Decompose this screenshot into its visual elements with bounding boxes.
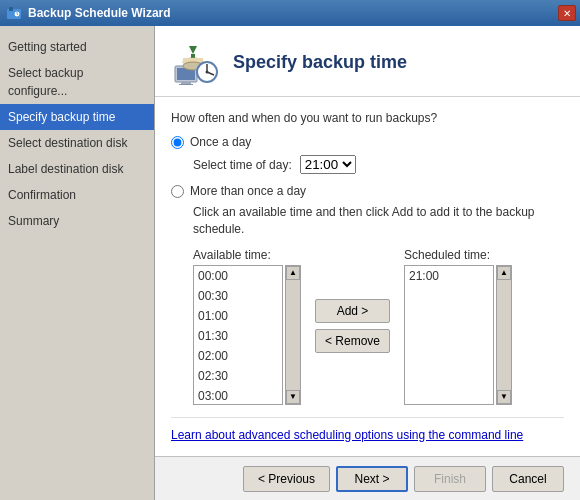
- learn-link-section: Learn about advanced scheduling options …: [171, 417, 564, 442]
- more-than-once-section: More than once a day Click an available …: [171, 184, 564, 405]
- more-than-once-label: More than once a day: [190, 184, 306, 198]
- list-item[interactable]: 02:00: [194, 346, 282, 366]
- list-item[interactable]: 01:00: [194, 306, 282, 326]
- available-time-scrollbar[interactable]: ▲ ▼: [285, 265, 301, 405]
- once-a-day-label: Once a day: [190, 135, 251, 149]
- list-item[interactable]: 00:30: [194, 286, 282, 306]
- wizard-body: Getting startedSelect backup configure..…: [0, 26, 580, 500]
- close-button[interactable]: ✕: [558, 5, 576, 21]
- question-text: How often and when do you want to run ba…: [171, 111, 564, 125]
- scheduled-time-listbox[interactable]: 21:00: [404, 265, 494, 405]
- once-a-day-group: Once a day Select time of day: 21:00 00:…: [171, 135, 564, 174]
- list-item[interactable]: 02:30: [194, 366, 282, 386]
- scroll-down-btn[interactable]: ▼: [286, 390, 300, 404]
- app-icon: [6, 5, 22, 21]
- learn-link[interactable]: Learn about advanced scheduling options …: [171, 428, 523, 442]
- page-title: Specify backup time: [233, 52, 407, 73]
- previous-button[interactable]: < Previous: [243, 466, 330, 492]
- header-icon: [171, 38, 219, 86]
- cancel-button[interactable]: Cancel: [492, 466, 564, 492]
- scroll-up-btn[interactable]: ▲: [286, 266, 300, 280]
- next-button[interactable]: Next >: [336, 466, 408, 492]
- add-remove-group: Add > < Remove: [315, 299, 390, 353]
- scheduled-time-scrollbar[interactable]: ▲ ▼: [496, 265, 512, 405]
- scheduled-time-label: Scheduled time:: [404, 248, 512, 262]
- sidebar-item-select-backup-config[interactable]: Select backup configure...: [0, 60, 154, 104]
- svg-rect-1: [9, 7, 13, 11]
- title-bar: Backup Schedule Wizard ✕: [0, 0, 580, 26]
- scroll-track: [286, 280, 300, 390]
- scheduled-time-section: Scheduled time: 21:00 ▲ ▼: [404, 248, 512, 405]
- sidebar-item-select-destination-disk[interactable]: Select destination disk: [0, 130, 154, 156]
- list-item[interactable]: 00:00: [194, 266, 282, 286]
- sidebar: Getting startedSelect backup configure..…: [0, 26, 155, 500]
- select-time-label: Select time of day:: [193, 158, 292, 172]
- available-time-section: Available time: 00:0000:3001:0001:3002:0…: [193, 248, 301, 405]
- time-select[interactable]: 21:00 00:0000:3001:00 21:0022:00: [300, 155, 356, 174]
- svg-rect-6: [179, 84, 193, 85]
- list-item[interactable]: 01:30: [194, 326, 282, 346]
- more-than-once-radio[interactable]: [171, 185, 184, 198]
- once-a-day-radio[interactable]: [171, 136, 184, 149]
- add-button[interactable]: Add >: [315, 299, 390, 323]
- scheduled-scroll-down-btn[interactable]: ▼: [497, 390, 511, 404]
- sidebar-item-summary[interactable]: Summary: [0, 208, 154, 234]
- content-body: How often and when do you want to run ba…: [155, 97, 580, 456]
- time-lists-container: Available time: 00:0000:3001:0001:3002:0…: [193, 248, 564, 405]
- finish-button[interactable]: Finish: [414, 466, 486, 492]
- available-time-listbox[interactable]: 00:0000:3001:0001:3002:0002:3003:0003:30…: [193, 265, 283, 405]
- sidebar-item-confirmation[interactable]: Confirmation: [0, 182, 154, 208]
- list-item[interactable]: 03:00: [194, 386, 282, 405]
- content-header: Specify backup time: [155, 26, 580, 97]
- remove-button[interactable]: < Remove: [315, 329, 390, 353]
- scheduled-scroll-track: [497, 280, 511, 390]
- sidebar-item-specify-backup-time[interactable]: Specify backup time: [0, 104, 154, 130]
- scheduled-scroll-up-btn[interactable]: ▲: [497, 266, 511, 280]
- sidebar-item-label-destination-disk[interactable]: Label destination disk: [0, 156, 154, 182]
- more-than-desc: Click an available time and then click A…: [193, 204, 564, 238]
- list-item[interactable]: 21:00: [405, 266, 493, 286]
- sidebar-item-getting-started[interactable]: Getting started: [0, 34, 154, 60]
- available-time-label: Available time:: [193, 248, 301, 262]
- footer: < Previous Next > Finish Cancel: [155, 456, 580, 500]
- svg-marker-7: [189, 46, 197, 54]
- main-content: Specify backup time How often and when d…: [155, 26, 580, 500]
- window-title: Backup Schedule Wizard: [28, 6, 171, 20]
